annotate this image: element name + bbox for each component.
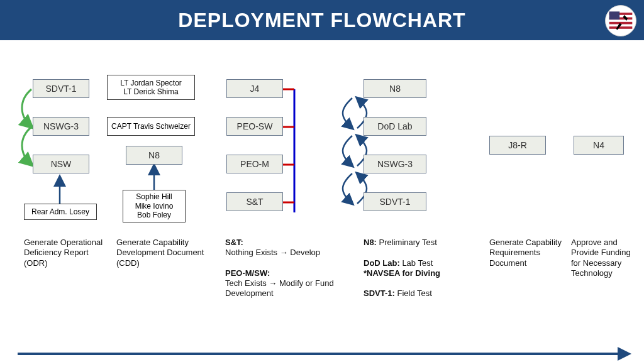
caption-col5: Generate Capability Requirements Documen…	[489, 238, 565, 268]
note-rear-adm-losey: Rear Adm. Losey	[24, 204, 97, 220]
flag-diver-badge	[605, 5, 636, 36]
node-nsw: NSW	[33, 155, 89, 173]
caption-col1: Generate Operational Deficiency Report (…	[24, 238, 106, 268]
svg-rect-5	[609, 11, 620, 19]
node-j4: J4	[226, 79, 283, 98]
note-lt-spector-shima: LT Jordan Spector LT Derick Shima	[107, 75, 195, 100]
text-navsea: *NAVSEA for Diving	[364, 268, 440, 278]
title-bar: DEPLOYMENT FLOWCHART	[0, 0, 644, 40]
text-sdvt1-body: Field Test	[395, 288, 432, 298]
node-dod-lab: DoD Lab	[364, 117, 426, 136]
text-n8-body: Preliminary Test	[377, 238, 437, 247]
node-peo-sw: PEO-SW	[226, 117, 283, 136]
connector-layer	[0, 40, 644, 362]
page-title: DEPLOYMENT FLOWCHART	[178, 9, 465, 32]
node-nswg3-a: NSWG-3	[33, 117, 89, 136]
node-sdvt1-b: SDVT-1	[364, 192, 426, 211]
caption-col3: S&T: Nothing Exists → Develop PEO-M/SW: …	[225, 238, 345, 299]
flowchart-canvas: SDVT-1 NSWG-3 NSW LT Jordan Spector LT D…	[0, 40, 644, 362]
text-dodlab-body: Lab Test	[400, 258, 433, 268]
timeline-arrow	[18, 348, 631, 359]
label-peo: PEO-M/SW:	[225, 268, 270, 278]
node-n8-a: N8	[126, 146, 182, 165]
node-n8-b: N8	[364, 79, 426, 98]
caption-col4: N8: Preliminary Test DoD Lab: Lab Test *…	[364, 238, 470, 299]
node-nswg3-b: NSWG-3	[364, 155, 426, 173]
label-sdvt1: SDVT-1:	[364, 288, 395, 298]
node-sdvt1-a: SDVT-1	[33, 79, 89, 98]
text-peo-body: Tech Exists → Modify or Fund Development	[225, 278, 334, 298]
note-hill-iovino-foley: Sophie Hill Mike Iovino Bob Foley	[123, 190, 186, 222]
text-st-body: Nothing Exists → Develop	[225, 248, 320, 257]
caption-col2: Generate Capability Development Document…	[116, 238, 211, 268]
svg-rect-4	[609, 26, 633, 29]
note-capt-schweizer: CAPT Travis Schweizer	[107, 117, 195, 136]
node-j8r: J8-R	[489, 136, 546, 155]
label-st: S&T:	[225, 238, 243, 247]
caption-col6: Approve and Provide Funding for Necessar…	[571, 238, 634, 278]
label-n8: N8:	[364, 238, 377, 247]
node-st: S&T	[226, 192, 283, 211]
label-dodlab: DoD Lab:	[364, 258, 400, 268]
node-peo-m: PEO-M	[226, 155, 283, 173]
node-n4: N4	[574, 136, 624, 155]
